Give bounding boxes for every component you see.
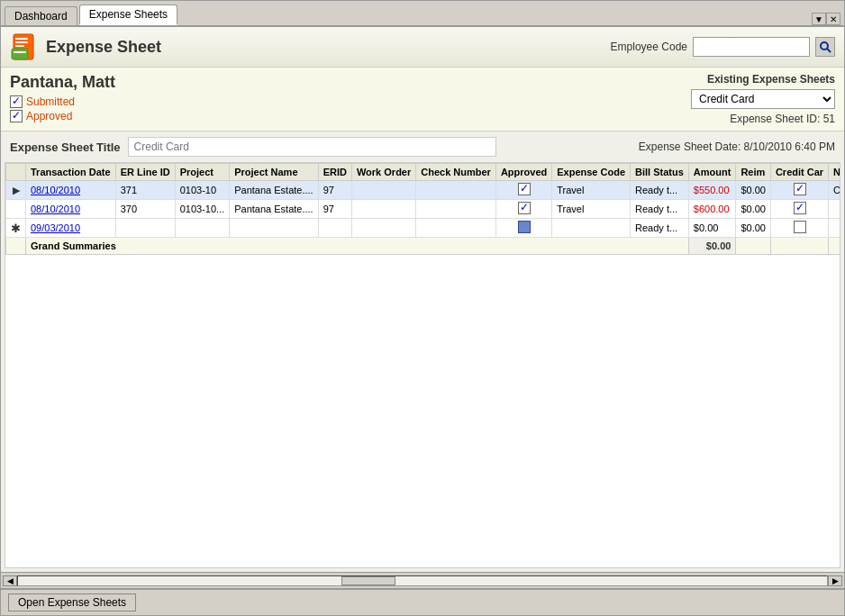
check-number-3 [416, 219, 496, 238]
open-expense-sheets-button[interactable]: Open Expense Sheets [8, 593, 136, 611]
reim-3: $0.00 [736, 219, 771, 238]
expense-code-2: Travel [552, 200, 631, 219]
amount-3: $0.00 [688, 219, 736, 238]
main-window: Dashboard Expense Sheets ▼ ✕ [0, 0, 845, 616]
col-indicator [6, 164, 26, 181]
project-name-1: Pantana Estate.... [230, 181, 318, 200]
credit-checkbox-3[interactable] [794, 221, 806, 233]
approved-checkbox[interactable] [10, 110, 23, 122]
search-button[interactable] [815, 37, 835, 57]
col-work-order: Work Order [351, 164, 415, 181]
sheet-id: Expense Sheet ID: 51 [730, 113, 835, 125]
existing-section: Existing Expense Sheets Credit Card Expe… [691, 73, 835, 125]
col-credit-car: Credit Car [770, 164, 828, 181]
app-title: Expense Sheet [46, 38, 611, 57]
approved-2[interactable] [495, 200, 551, 219]
project-name-3 [230, 219, 318, 238]
n-2 [829, 200, 840, 219]
tab-dashboard[interactable]: Dashboard [5, 6, 77, 25]
transaction-date-1[interactable]: 08/10/2010 [26, 181, 116, 200]
project-3 [175, 219, 230, 238]
transaction-date-2[interactable]: 08/10/2010 [26, 200, 116, 219]
credit-car-3[interactable] [770, 219, 828, 238]
approved-checkbox-2[interactable] [518, 202, 531, 214]
er-line-id-3 [115, 219, 175, 238]
credit-checkbox-2[interactable] [794, 202, 806, 214]
existing-dropdown[interactable]: Credit Card [691, 89, 835, 109]
svg-rect-5 [14, 51, 26, 53]
er-line-id-2: 370 [115, 200, 175, 219]
transaction-date-3[interactable]: 09/03/2010 [26, 219, 116, 238]
col-reim: Reim [736, 164, 771, 181]
col-expense-code: Expense Code [552, 164, 631, 181]
dropdown-wrapper: Credit Card [691, 89, 835, 109]
sheet-title-input[interactable] [128, 137, 496, 157]
grand-summaries-indicator [6, 238, 26, 255]
credit-car-2[interactable] [770, 200, 828, 219]
erid-1: 97 [318, 181, 351, 200]
employee-code-section: Employee Code [611, 37, 835, 57]
col-project: Project [175, 164, 230, 181]
approved-checkbox-1[interactable] [518, 183, 531, 195]
credit-car-1[interactable] [770, 181, 828, 200]
expense-code-1: Travel [552, 181, 631, 200]
sheet-title-section: Expense Sheet Title Expense Sheet Date: … [1, 131, 844, 162]
col-n: N [829, 164, 840, 181]
credit-checkbox-1[interactable] [794, 183, 806, 195]
approved-3[interactable] [495, 219, 551, 238]
bill-status-1: Ready t... [631, 181, 689, 200]
approved-checkbox-3[interactable] [518, 221, 531, 233]
check-number-2 [416, 200, 496, 219]
table-row-new[interactable]: ✱ 09/03/2010 Ready t... $0.00 [6, 219, 841, 238]
scrollbar-track[interactable] [17, 575, 828, 586]
bill-status-3: Ready t... [631, 219, 689, 238]
n-1: C [829, 181, 840, 200]
close-tab-button[interactable]: ✕ [826, 13, 840, 25]
table-row[interactable]: 08/10/2010 370 0103-10... Pantana Estate… [6, 200, 841, 219]
scroll-left-button[interactable]: ◀ [3, 575, 17, 586]
app-header: Expense Sheet Employee Code [1, 27, 844, 68]
col-amount: Amount [688, 164, 736, 181]
title-input-wrapper [128, 137, 496, 157]
employee-code-label: Employee Code [611, 41, 687, 53]
person-name: Pantana, Matt [10, 73, 691, 92]
sheet-date-label: Expense Sheet Date: 8/10/2010 6:40 PM [639, 140, 835, 153]
table-row[interactable]: ▶ 08/10/2010 371 0103-10 Pantana Estate.… [6, 181, 841, 200]
er-line-id-1: 371 [115, 181, 175, 200]
grand-reim [736, 238, 771, 255]
project-name-2: Pantana Estate.... [230, 200, 318, 219]
col-er-line-id: ER Line ID [115, 164, 175, 181]
col-transaction-date: Transaction Date [26, 164, 116, 181]
scrollbar-area: ◀ ▶ [1, 572, 844, 588]
main-content: Expense Sheet Employee Code Pantana, Mat… [1, 27, 844, 588]
approved-1[interactable] [495, 181, 551, 200]
scrollbar-thumb[interactable] [341, 576, 395, 585]
col-bill-status: Bill Status [631, 164, 689, 181]
col-project-name: Project Name [230, 164, 318, 181]
tab-expense-sheets[interactable]: Expense Sheets [79, 5, 177, 25]
reim-2: $0.00 [736, 200, 771, 219]
grand-summaries-row: Grand Summaries $0.00 [6, 238, 841, 255]
table-header-row: Transaction Date ER Line ID Project Proj… [6, 164, 841, 181]
erid-3 [318, 219, 351, 238]
grand-credit [770, 238, 828, 255]
existing-label: Existing Expense Sheets [707, 73, 835, 86]
svg-line-7 [827, 49, 831, 52]
minimize-button[interactable]: ▼ [812, 13, 826, 25]
check-number-1 [416, 181, 496, 200]
grand-total: $0.00 [688, 238, 736, 255]
sheet-title-row: Expense Sheet Title Expense Sheet Date: … [10, 137, 835, 157]
grand-summaries-label: Grand Summaries [26, 238, 689, 255]
table-section[interactable]: Transaction Date ER Line ID Project Proj… [5, 162, 840, 568]
employee-code-input[interactable] [693, 37, 810, 57]
status-bar: Open Expense Sheets [1, 588, 844, 615]
work-order-2 [351, 200, 415, 219]
row-indicator-3: ✱ [6, 219, 26, 238]
n-3 [829, 219, 840, 238]
amount-2: $600.00 [688, 200, 736, 219]
submitted-checkbox[interactable] [10, 95, 23, 108]
erid-2: 97 [318, 200, 351, 219]
person-info: Pantana, Matt Submitted Approved [10, 73, 691, 122]
scroll-right-button[interactable]: ▶ [828, 575, 842, 586]
reim-1: $0.00 [736, 181, 771, 200]
